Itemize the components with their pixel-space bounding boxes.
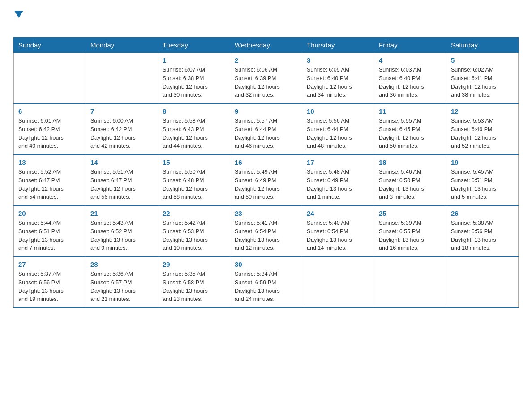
calendar-cell: 2Sunrise: 6:06 AM Sunset: 6:39 PM Daylig… [230, 53, 302, 104]
day-number: 15 [163, 158, 225, 166]
calendar-cell: 29Sunrise: 5:35 AM Sunset: 6:58 PM Dayli… [158, 257, 230, 308]
day-number: 20 [18, 210, 81, 217]
day-number: 4 [379, 56, 442, 64]
calendar-cell: 6Sunrise: 6:01 AM Sunset: 6:42 PM Daylig… [14, 103, 86, 154]
calendar-cell: 19Sunrise: 5:45 AM Sunset: 6:51 PM Dayli… [446, 154, 519, 206]
page-header: General [13, 9, 519, 30]
calendar-cell: 24Sunrise: 5:40 AM Sunset: 6:54 PM Dayli… [302, 206, 374, 257]
day-number: 23 [235, 210, 297, 217]
day-number: 18 [379, 158, 442, 166]
day-info: Sunrise: 5:48 AM Sunset: 6:49 PM Dayligh… [307, 168, 369, 201]
calendar-cell: 7Sunrise: 6:00 AM Sunset: 6:42 PM Daylig… [86, 103, 158, 154]
day-number: 3 [307, 56, 369, 64]
day-number: 22 [163, 210, 225, 217]
header-thursday: Thursday [302, 38, 374, 53]
calendar-week-3: 13Sunrise: 5:52 AM Sunset: 6:47 PM Dayli… [14, 154, 519, 206]
day-info: Sunrise: 5:42 AM Sunset: 6:53 PM Dayligh… [163, 219, 225, 253]
calendar-cell: 25Sunrise: 5:39 AM Sunset: 6:55 PM Dayli… [374, 206, 446, 257]
day-info: Sunrise: 5:52 AM Sunset: 6:47 PM Dayligh… [18, 168, 81, 201]
calendar-cell: 4Sunrise: 6:03 AM Sunset: 6:40 PM Daylig… [374, 53, 446, 104]
day-info: Sunrise: 6:00 AM Sunset: 6:42 PM Dayligh… [90, 117, 153, 150]
day-info: Sunrise: 5:36 AM Sunset: 6:57 PM Dayligh… [90, 270, 153, 304]
day-info: Sunrise: 5:39 AM Sunset: 6:55 PM Dayligh… [379, 219, 442, 253]
day-info: Sunrise: 6:02 AM Sunset: 6:41 PM Dayligh… [451, 66, 514, 99]
calendar-cell: 21Sunrise: 5:43 AM Sunset: 6:52 PM Dayli… [86, 206, 158, 257]
day-info: Sunrise: 5:43 AM Sunset: 6:52 PM Dayligh… [90, 219, 153, 253]
day-info: Sunrise: 5:49 AM Sunset: 6:49 PM Dayligh… [235, 168, 297, 201]
calendar-cell [446, 257, 519, 308]
day-info: Sunrise: 5:44 AM Sunset: 6:51 PM Dayligh… [18, 219, 81, 253]
header-friday: Friday [374, 38, 446, 53]
calendar-cell: 23Sunrise: 5:41 AM Sunset: 6:54 PM Dayli… [230, 206, 302, 257]
header-saturday: Saturday [446, 38, 519, 53]
calendar-cell: 30Sunrise: 5:34 AM Sunset: 6:59 PM Dayli… [230, 257, 302, 308]
day-info: Sunrise: 5:37 AM Sunset: 6:56 PM Dayligh… [18, 270, 81, 304]
day-number: 17 [307, 158, 369, 166]
day-info: Sunrise: 6:01 AM Sunset: 6:42 PM Dayligh… [18, 117, 81, 150]
calendar-table: SundayMondayTuesdayWednesdayThursdayFrid… [13, 37, 519, 308]
day-info: Sunrise: 5:53 AM Sunset: 6:46 PM Dayligh… [451, 117, 514, 150]
day-info: Sunrise: 5:51 AM Sunset: 6:47 PM Dayligh… [90, 168, 153, 201]
calendar-week-5: 27Sunrise: 5:37 AM Sunset: 6:56 PM Dayli… [14, 257, 519, 308]
calendar-cell: 3Sunrise: 6:05 AM Sunset: 6:40 PM Daylig… [302, 53, 374, 104]
calendar-cell: 20Sunrise: 5:44 AM Sunset: 6:51 PM Dayli… [14, 206, 86, 257]
day-number: 21 [90, 210, 153, 217]
day-number: 13 [18, 158, 81, 166]
calendar-cell: 10Sunrise: 5:56 AM Sunset: 6:44 PM Dayli… [302, 103, 374, 154]
day-number: 25 [379, 210, 442, 217]
calendar-cell: 18Sunrise: 5:46 AM Sunset: 6:50 PM Dayli… [374, 154, 446, 206]
day-info: Sunrise: 5:38 AM Sunset: 6:56 PM Dayligh… [451, 219, 514, 253]
day-info: Sunrise: 6:06 AM Sunset: 6:39 PM Dayligh… [235, 66, 297, 99]
calendar-cell: 9Sunrise: 5:57 AM Sunset: 6:44 PM Daylig… [230, 103, 302, 154]
calendar-cell: 16Sunrise: 5:49 AM Sunset: 6:49 PM Dayli… [230, 154, 302, 206]
calendar-cell: 26Sunrise: 5:38 AM Sunset: 6:56 PM Dayli… [446, 206, 519, 257]
day-info: Sunrise: 6:05 AM Sunset: 6:40 PM Dayligh… [307, 66, 369, 99]
header-monday: Monday [86, 38, 158, 53]
day-info: Sunrise: 5:45 AM Sunset: 6:51 PM Dayligh… [451, 168, 514, 201]
calendar-cell: 1Sunrise: 6:07 AM Sunset: 6:38 PM Daylig… [158, 53, 230, 104]
calendar-cell: 8Sunrise: 5:58 AM Sunset: 6:43 PM Daylig… [158, 103, 230, 154]
day-info: Sunrise: 5:55 AM Sunset: 6:45 PM Dayligh… [379, 117, 442, 150]
day-number: 30 [235, 261, 297, 268]
calendar-header-row: SundayMondayTuesdayWednesdayThursdayFrid… [14, 38, 519, 53]
day-number: 10 [307, 107, 369, 115]
calendar-week-1: 1Sunrise: 6:07 AM Sunset: 6:38 PM Daylig… [14, 53, 519, 104]
day-number: 11 [379, 107, 442, 115]
day-number: 14 [90, 158, 153, 166]
day-info: Sunrise: 5:57 AM Sunset: 6:44 PM Dayligh… [235, 117, 297, 150]
calendar-cell: 17Sunrise: 5:48 AM Sunset: 6:49 PM Dayli… [302, 154, 374, 206]
day-info: Sunrise: 5:41 AM Sunset: 6:54 PM Dayligh… [235, 219, 297, 253]
header-tuesday: Tuesday [158, 38, 230, 53]
day-info: Sunrise: 5:35 AM Sunset: 6:58 PM Dayligh… [163, 270, 225, 304]
calendar-cell: 28Sunrise: 5:36 AM Sunset: 6:57 PM Dayli… [86, 257, 158, 308]
day-number: 7 [90, 107, 153, 115]
day-number: 2 [235, 56, 297, 64]
calendar-cell [86, 53, 158, 104]
calendar-cell: 11Sunrise: 5:55 AM Sunset: 6:45 PM Dayli… [374, 103, 446, 154]
day-number: 8 [163, 107, 225, 115]
calendar-week-4: 20Sunrise: 5:44 AM Sunset: 6:51 PM Dayli… [14, 206, 519, 257]
calendar-cell [374, 257, 446, 308]
day-number: 24 [307, 210, 369, 217]
calendar-week-2: 6Sunrise: 6:01 AM Sunset: 6:42 PM Daylig… [14, 103, 519, 154]
day-info: Sunrise: 5:58 AM Sunset: 6:43 PM Dayligh… [163, 117, 225, 150]
calendar-cell [302, 257, 374, 308]
day-info: Sunrise: 6:03 AM Sunset: 6:40 PM Dayligh… [379, 66, 442, 99]
calendar-cell [14, 53, 86, 104]
day-number: 9 [235, 107, 297, 115]
day-number: 6 [18, 107, 81, 115]
day-info: Sunrise: 5:50 AM Sunset: 6:48 PM Dayligh… [163, 168, 225, 201]
calendar-cell: 14Sunrise: 5:51 AM Sunset: 6:47 PM Dayli… [86, 154, 158, 206]
header-sunday: Sunday [14, 38, 86, 53]
calendar-cell: 22Sunrise: 5:42 AM Sunset: 6:53 PM Dayli… [158, 206, 230, 257]
day-info: Sunrise: 5:46 AM Sunset: 6:50 PM Dayligh… [379, 168, 442, 201]
calendar-cell: 13Sunrise: 5:52 AM Sunset: 6:47 PM Dayli… [14, 154, 86, 206]
calendar-cell: 12Sunrise: 5:53 AM Sunset: 6:46 PM Dayli… [446, 103, 519, 154]
day-number: 29 [163, 261, 225, 268]
day-info: Sunrise: 6:07 AM Sunset: 6:38 PM Dayligh… [163, 66, 225, 99]
calendar-cell: 27Sunrise: 5:37 AM Sunset: 6:56 PM Dayli… [14, 257, 86, 308]
day-number: 26 [451, 210, 514, 217]
day-info: Sunrise: 5:40 AM Sunset: 6:54 PM Dayligh… [307, 219, 369, 253]
day-number: 19 [451, 158, 514, 166]
calendar-cell: 15Sunrise: 5:50 AM Sunset: 6:48 PM Dayli… [158, 154, 230, 206]
